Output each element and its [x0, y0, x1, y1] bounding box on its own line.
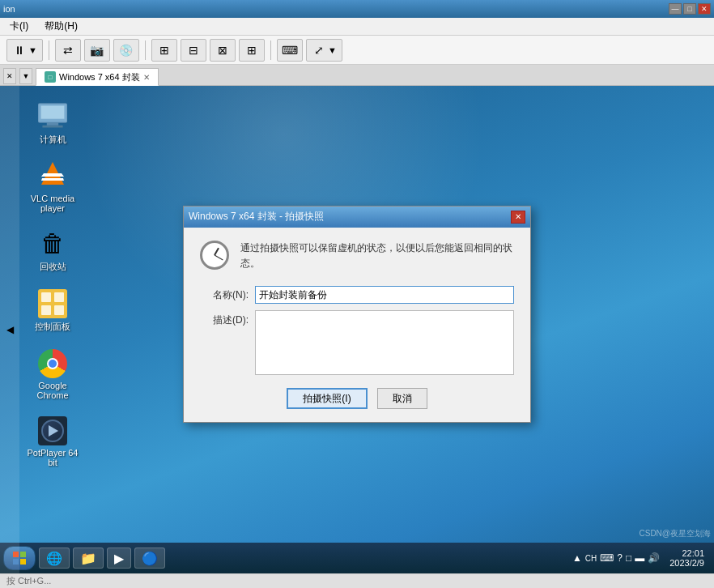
dialog-buttons: 拍摄快照(I) 取消 [200, 388, 514, 409]
toolbar-separator-1 [49, 40, 49, 60]
tray-triangle[interactable]: ▲ [572, 552, 582, 564]
explorer-icon: 📁 [80, 551, 96, 566]
desc-field-row: 描述(D): [200, 310, 514, 375]
tab-collapse-arrow[interactable]: ▼ [19, 68, 32, 84]
taskbar-chrome-icon: 🔵 [142, 551, 158, 566]
dialog-clock-icon [200, 241, 229, 270]
taskbar-explorer[interactable]: 📁 [73, 548, 104, 569]
resize-icon: ⤢ [312, 43, 326, 58]
system-clock[interactable]: 22:01 2023/2/9 [663, 548, 711, 568]
terminal-icon: ⌨ [283, 43, 297, 58]
tab-windows7[interactable]: □ Windows 7 x64 封装 ✕ [36, 68, 159, 86]
disk-icon: 💿 [119, 43, 134, 58]
dialog-form: 名称(N): 描述(D): [200, 286, 514, 375]
desc-textarea[interactable] [255, 310, 514, 375]
dialog-title-text: Windows 7 x64 封装 - 拍摄快照 [189, 210, 324, 224]
tray-bars[interactable]: ▬ [635, 552, 644, 564]
status-text: 按 Ctrl+G... [6, 575, 51, 587]
taskbar-wmp[interactable]: ▶ [107, 548, 131, 569]
usb-button[interactable]: ⇄ [55, 39, 81, 62]
name-field-row: 名称(N): [200, 286, 514, 304]
resize-button[interactable]: ⤢ ▼ [306, 39, 342, 62]
taskbar-chrome-task[interactable]: 🔵 [134, 548, 165, 569]
dialog-info-row: 通过拍摄快照可以保留虚机的状态，以便以后您能返回相同的状态。 [200, 241, 514, 271]
disk-button[interactable]: 💿 [113, 39, 139, 62]
taskbar-ie[interactable]: 🌐 [39, 548, 70, 569]
system-tray: ▲ CH ⌨ ? □ ▬ 🔊 22:01 2023/2/9 [569, 548, 714, 568]
snapshot-icon: 📷 [90, 43, 104, 58]
view-full1[interactable]: ⊠ [210, 39, 236, 62]
svg-rect-10 [20, 552, 26, 557]
tab-label: Windows 7 x64 封装 [59, 71, 140, 83]
tab-close-btn[interactable]: ✕ [143, 73, 150, 82]
usb-icon: ⇄ [61, 43, 75, 58]
title-bar-left: ion [3, 4, 15, 14]
toolbar-separator-2 [145, 40, 146, 60]
close-button[interactable]: ✕ [698, 3, 711, 15]
wmp-icon: ▶ [114, 551, 124, 566]
title-bar: ion — □ ✕ [0, 0, 714, 18]
view-full2[interactable]: ⊞ [239, 39, 265, 62]
menu-bar: 卡(I) 帮助(H) [0, 18, 714, 36]
tray-keyboard[interactable]: ⌨ [600, 552, 614, 564]
resize-dropdown[interactable]: ▼ [328, 45, 337, 55]
win7-desktop: ◀ 计算机 [0, 86, 714, 573]
clock-date: 2023/2/9 [669, 558, 704, 568]
pause-icon: ⏸ [12, 43, 27, 58]
pause-dropdown[interactable]: ▼ [28, 45, 37, 55]
view-full2-icon: ⊞ [244, 43, 259, 58]
terminal-button[interactable]: ⌨ [277, 39, 303, 62]
menu-help[interactable]: 帮助(H) [41, 18, 81, 35]
maximize-button[interactable]: □ [683, 3, 696, 15]
view-split-icon: ⊟ [186, 43, 201, 58]
toolbar: ⏸ ▼ ⇄ 📷 💿 ⊞ ⊟ ⊠ ⊞ ⌨ ⤢ ▼ [0, 36, 714, 65]
name-label: 名称(N): [200, 288, 249, 302]
ie-icon: 🌐 [46, 551, 62, 566]
view-split[interactable]: ⊟ [181, 39, 206, 62]
tray-volume[interactable]: 🔊 [648, 552, 660, 564]
dialog-title-bar: Windows 7 x64 封装 - 拍摄快照 ✕ [184, 207, 530, 228]
svg-rect-12 [20, 559, 26, 565]
tray-help[interactable]: ? [617, 552, 623, 564]
status-bar: 按 Ctrl+G... [0, 573, 714, 588]
dialog-overlay: Windows 7 x64 封装 - 拍摄快照 ✕ 通过拍摄快照可以保留虚机的状… [0, 86, 714, 543]
view-normal[interactable]: ⊞ [151, 39, 177, 62]
view-full1-icon: ⊠ [215, 43, 230, 58]
desc-label: 描述(D): [200, 313, 249, 327]
view-normal-icon: ⊞ [157, 43, 172, 58]
title-bar-text: ion [3, 4, 15, 14]
cancel-button[interactable]: 取消 [377, 388, 427, 409]
tray-network[interactable]: □ [626, 552, 631, 564]
snapshot-button-toolbar[interactable]: 📷 [84, 39, 110, 62]
tab-vm-icon: □ [45, 71, 56, 83]
pause-button[interactable]: ⏸ ▼ [6, 39, 43, 62]
title-bar-controls: — □ ✕ [669, 3, 711, 15]
toolbar-separator-3 [270, 40, 271, 60]
clock-time: 22:01 [669, 548, 704, 558]
dialog-body: 通过拍摄快照可以保留虚机的状态，以便以后您能返回相同的状态。 名称(N): 描述… [184, 228, 530, 422]
tab-bar: ✕ ▼ □ Windows 7 x64 封装 ✕ [0, 65, 714, 86]
dialog-close-button[interactable]: ✕ [511, 211, 525, 224]
taskbar: 🌐 📁 ▶ 🔵 ▲ CH ⌨ ? □ [0, 543, 714, 573]
minimize-button[interactable]: — [669, 3, 682, 15]
tray-ch[interactable]: CH [585, 554, 597, 563]
menu-card[interactable]: 卡(I) [6, 18, 32, 35]
dialog-info-text: 通过拍摄快照可以保留虚机的状态，以便以后您能返回相同的状态。 [240, 241, 514, 271]
clock-minute-hand [215, 254, 223, 260]
name-input[interactable] [255, 286, 514, 304]
main-area: ◀ 计算机 [0, 86, 714, 573]
virtualbox-window: ion — □ ✕ 卡(I) 帮助(H) ⏸ ▼ ⇄ 📷 💿 ⊞ [0, 0, 714, 588]
tab-collapse-btn[interactable]: ✕ [3, 68, 16, 84]
snapshot-confirm-button[interactable]: 拍摄快照(I) [287, 388, 367, 409]
snapshot-dialog: Windows 7 x64 封装 - 拍摄快照 ✕ 通过拍摄快照可以保留虚机的状… [183, 206, 531, 423]
